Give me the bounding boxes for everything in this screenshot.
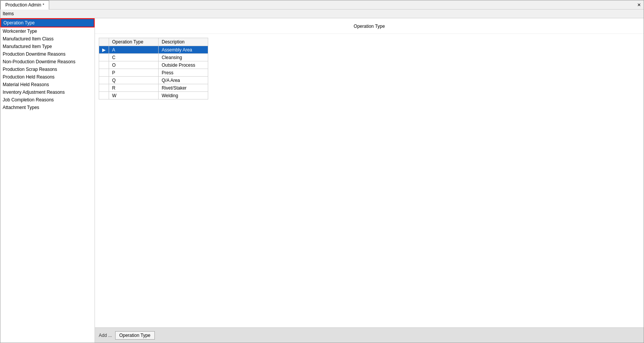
table-row[interactable]: R Rivet/Staker: [99, 84, 208, 92]
row-type: P: [109, 69, 159, 77]
sidebar-item-operation-type[interactable]: Operation Type: [0, 18, 95, 27]
sidebar-item-attachment-types[interactable]: Attachment Types: [0, 104, 95, 111]
main-content: Operation Type Workcenter Type Manufactu…: [0, 18, 644, 343]
row-description: Cleansing: [159, 54, 208, 61]
row-type: R: [109, 84, 159, 92]
items-section-label: Items: [0, 10, 644, 18]
col-header-indicator: [99, 38, 109, 46]
row-indicator: [99, 54, 109, 61]
row-indicator: [99, 69, 109, 77]
row-description: Outside Process: [159, 61, 208, 69]
main-window: Production Admin * ✕ Items Operation Typ…: [0, 0, 644, 343]
sidebar-item-production-scrap-reasons[interactable]: Production Scrap Reasons: [0, 66, 95, 73]
sidebar-item-material-held-reasons[interactable]: Material Held Reasons: [0, 81, 95, 88]
tab-modified-indicator: *: [43, 3, 44, 7]
sidebar: Operation Type Workcenter Type Manufactu…: [0, 18, 95, 343]
sidebar-item-workcenter-type[interactable]: Workcenter Type: [0, 27, 95, 35]
content-title: Operation Type: [95, 18, 644, 34]
sidebar-item-production-downtime-reasons[interactable]: Production Downtime Reasons: [0, 50, 95, 58]
table-row[interactable]: ▶ A Assembly Area: [99, 46, 208, 54]
row-description: Q/A Area: [159, 77, 208, 84]
sidebar-item-non-production-downtime-reasons[interactable]: Non-Production Downtime Reasons: [0, 58, 95, 66]
footer-bar: Add ... Operation Type: [95, 327, 644, 343]
sidebar-item-manufactured-item-class[interactable]: Manufactured Item Class: [0, 35, 95, 43]
row-type: C: [109, 54, 159, 61]
sidebar-item-job-completion-reasons[interactable]: Job Completion Reasons: [0, 96, 95, 104]
row-type: O: [109, 61, 159, 69]
operation-type-table: Operation Type Description ▶: [99, 38, 208, 99]
table-row[interactable]: P Press: [99, 69, 208, 77]
col-header-description: Description: [159, 38, 208, 46]
add-label: Add ...: [99, 333, 112, 338]
sidebar-item-inventory-adjustment-reasons[interactable]: Inventory Adjustment Reasons: [0, 88, 95, 96]
row-type: Q: [109, 77, 159, 84]
sidebar-item-manufactured-item-type[interactable]: Manufactured Item Type: [0, 43, 95, 50]
row-indicator: [99, 84, 109, 92]
operation-type-footer-button[interactable]: Operation Type: [115, 331, 155, 340]
title-bar: Production Admin * ✕: [0, 0, 644, 10]
close-button[interactable]: ✕: [635, 1, 643, 9]
production-admin-tab[interactable]: Production Admin *: [0, 0, 49, 10]
row-type: A: [109, 46, 159, 54]
col-header-operation-type: Operation Type: [109, 38, 159, 46]
table-area: Operation Type Description ▶: [95, 34, 644, 327]
row-indicator: ▶: [99, 46, 109, 54]
tab-label: Production Admin: [5, 2, 41, 8]
table-row[interactable]: O Outside Process: [99, 61, 208, 69]
row-description: Rivet/Staker: [159, 84, 208, 92]
table-row[interactable]: Q Q/A Area: [99, 77, 208, 84]
sidebar-item-production-held-reasons[interactable]: Production Held Reasons: [0, 73, 95, 81]
row-description: Press: [159, 69, 208, 77]
row-indicator: [99, 77, 109, 84]
row-description: Welding: [159, 92, 208, 99]
row-indicator: [99, 92, 109, 99]
table-row[interactable]: W Welding: [99, 92, 208, 99]
table-row[interactable]: C Cleansing: [99, 54, 208, 61]
row-type: W: [109, 92, 159, 99]
content-area: Operation Type Operation Type Descriptio…: [95, 18, 644, 343]
row-description: Assembly Area: [159, 46, 208, 54]
row-indicator: [99, 61, 109, 69]
